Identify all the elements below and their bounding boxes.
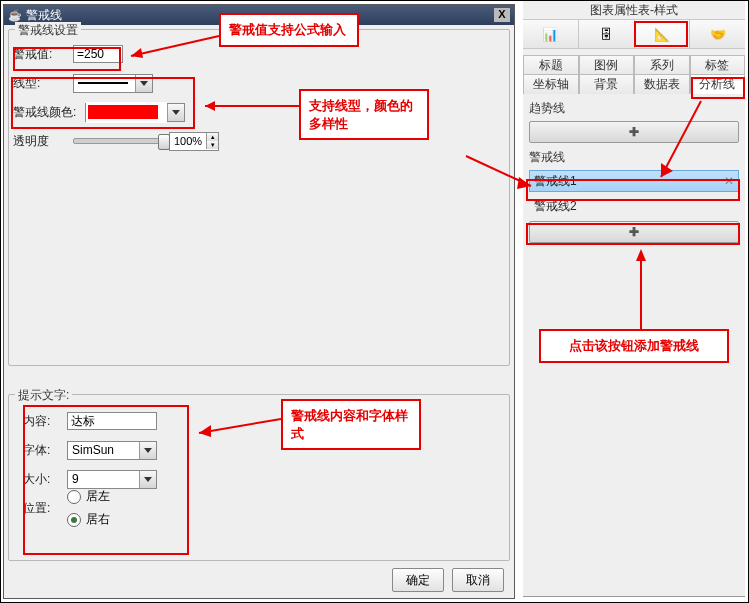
tab-datatable[interactable]: 数据表	[634, 74, 690, 94]
text-fieldset-label: 提示文字:	[15, 387, 72, 404]
opacity-label: 透明度	[13, 133, 73, 150]
chevron-down-icon[interactable]	[139, 442, 156, 459]
spin-down-icon[interactable]: ▼	[206, 141, 218, 149]
list-item-label: 警戒线2	[534, 198, 577, 215]
tab-title[interactable]: 标题	[523, 55, 579, 75]
property-panel: 图表属性表-样式 📊 🗄 📐 🤝 标题 图例 系列 标签 坐标轴 背景 数据表 …	[523, 1, 745, 597]
opacity-value: 100%	[170, 135, 206, 147]
list-item-label: 警戒线1	[534, 173, 577, 190]
value-label: 警戒值:	[13, 46, 73, 63]
color-swatch	[88, 105, 158, 119]
size-combo[interactable]: 9	[67, 470, 157, 489]
opacity-spinner[interactable]: 100% ▲▼	[169, 132, 219, 151]
tab-analysis[interactable]: 分析线	[690, 74, 746, 94]
position-left-radio[interactable]	[67, 490, 81, 504]
icon-tab-data[interactable]: 🗄	[579, 20, 635, 48]
position-left-label: 居左	[86, 488, 110, 505]
chevron-down-icon[interactable]	[139, 471, 156, 488]
line-type-combo[interactable]	[73, 74, 153, 93]
tab-bg[interactable]: 背景	[579, 74, 635, 94]
tab-series[interactable]: 系列	[634, 55, 690, 75]
alert-item-2[interactable]: 警戒线2	[529, 195, 739, 217]
icon-tab-style[interactable]: 📐	[635, 20, 691, 48]
ok-button[interactable]: 确定	[392, 568, 444, 592]
alert-section-label: 警戒线	[529, 149, 739, 166]
chevron-down-icon[interactable]	[167, 104, 184, 121]
tab-axis[interactable]: 坐标轴	[523, 74, 579, 94]
add-alert-button[interactable]: ✚	[529, 221, 739, 243]
trend-section-label: 趋势线	[529, 100, 739, 117]
position-label: 位置:	[23, 500, 67, 517]
app-icon: ☕	[8, 8, 22, 22]
font-label: 字体:	[23, 442, 67, 459]
callout-style: 支持线型，颜色的多样性	[299, 89, 429, 140]
font-combo[interactable]: SimSun	[67, 441, 157, 460]
alert-line-dialog: ☕ 警戒线 X 警戒线设置 警戒值: 线型: 警戒线颜色:	[3, 4, 515, 599]
tab-legend[interactable]: 图例	[579, 55, 635, 75]
position-right-label: 居右	[86, 511, 110, 528]
icon-tab-bar: 📊 🗄 📐 🤝	[523, 20, 745, 49]
text-tab-bar: 标题 图例 系列 标签 坐标轴 背景 数据表 分析线	[523, 55, 745, 94]
font-value: SimSun	[72, 443, 114, 457]
content-input[interactable]	[67, 412, 157, 430]
icon-tab-interact[interactable]: 🤝	[690, 20, 745, 48]
position-right-radio[interactable]	[67, 513, 81, 527]
color-combo[interactable]	[85, 103, 185, 122]
line-type-label: 线型:	[13, 75, 73, 92]
close-icon[interactable]: X	[494, 8, 510, 22]
remove-icon[interactable]: ✕	[724, 174, 734, 188]
add-trend-button[interactable]: ✚	[529, 121, 739, 143]
callout-formula: 警戒值支持公式输入	[219, 13, 359, 47]
settings-fieldset: 警戒线设置 警戒值: 线型: 警戒线颜色: 透明度	[8, 29, 510, 366]
size-value: 9	[72, 472, 79, 486]
text-fieldset: 提示文字: 内容: 字体: SimSun 大小: 9 位置:	[8, 394, 510, 561]
icon-tab-chart[interactable]: 📊	[523, 20, 579, 48]
color-label: 警戒线颜色:	[13, 104, 85, 121]
content-label: 内容:	[23, 413, 67, 430]
opacity-slider[interactable]	[73, 138, 165, 144]
slider-thumb[interactable]	[158, 134, 170, 150]
size-label: 大小:	[23, 471, 67, 488]
callout-add: 点击该按钮添加警戒线	[539, 329, 729, 363]
cancel-button[interactable]: 取消	[452, 568, 504, 592]
alert-item-1[interactable]: 警戒线1 ✕	[529, 170, 739, 192]
spin-up-icon[interactable]: ▲	[206, 133, 218, 141]
line-sample-icon	[78, 82, 128, 84]
settings-fieldset-label: 警戒线设置	[15, 22, 81, 39]
panel-title: 图表属性表-样式	[523, 1, 745, 20]
alert-value-input[interactable]	[73, 45, 123, 63]
callout-text: 警戒线内容和字体样式	[281, 399, 421, 450]
chevron-down-icon[interactable]	[135, 75, 152, 92]
tab-label[interactable]: 标签	[690, 55, 746, 75]
